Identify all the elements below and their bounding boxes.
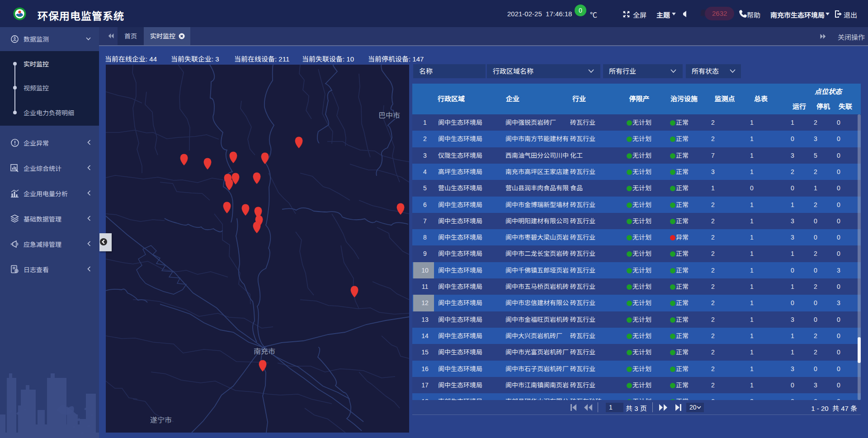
- svg-text:南充市: 南充市: [254, 348, 275, 355]
- svg-text:遂宁市: 遂宁市: [150, 416, 172, 424]
- svg-text:巴中市: 巴中市: [378, 112, 400, 119]
